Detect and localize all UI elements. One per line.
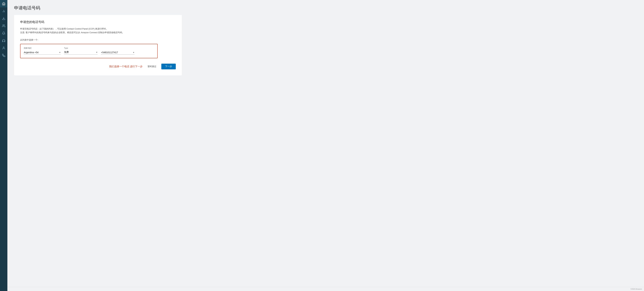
type-dropdown-group: Type 免费 ▼ <box>64 47 98 55</box>
number-chevron-icon: ▼ <box>133 52 134 53</box>
sidebar <box>0 0 8 291</box>
footer-row: 我们选择一个电话 进行下一步 暂时跳过 下一步 <box>20 64 176 69</box>
country-dropdown[interactable]: Argentina +54 ▼ <box>24 50 61 55</box>
main-content: 申请电话号码 申请您的电话号码 申请完电话号码后（从下面的列表），可以使用 Co… <box>8 0 644 291</box>
number-value: +548101127417 <box>101 51 118 54</box>
next-button[interactable]: 下一步 <box>161 64 176 69</box>
skip-button[interactable]: 暂时跳过 <box>146 64 158 69</box>
number-dropdown[interactable]: +548101127417 ▼ <box>101 50 134 55</box>
country-value: Argentina +54 <box>24 51 38 54</box>
phone-icon[interactable] <box>0 52 8 59</box>
svg-point-4 <box>3 25 4 26</box>
chart-icon[interactable] <box>0 8 8 15</box>
home-icon[interactable] <box>0 0 8 8</box>
bell-icon[interactable] <box>0 30 8 37</box>
select-label: 从列表中选择一个: <box>20 39 176 42</box>
description-line1: 申请完电话号码后（从下面的列表），可以使用 Contact Control Pa… <box>20 27 176 31</box>
download-icon[interactable] <box>0 15 8 22</box>
country-dropdown-group: 国家/地区 Argentina +54 ▼ <box>24 47 61 55</box>
type-label: Type <box>64 47 98 49</box>
type-dropdown[interactable]: 免费 ▼ <box>64 50 98 55</box>
bottom-bar: ©2024 Amazon <box>8 287 644 291</box>
svg-point-5 <box>3 47 4 48</box>
headset-icon[interactable] <box>0 37 8 44</box>
country-label: 国家/地区 <box>24 47 61 49</box>
bottom-bar-text: ©2024 Amazon <box>630 288 642 290</box>
type-chevron-icon: ▼ <box>96 51 98 53</box>
main-card: 申请您的电话号码 申请完电话号码后（从下面的列表），可以使用 Contact C… <box>14 15 182 75</box>
description-block: 申请完电话号码后（从下面的列表），可以使用 Contact Control Pa… <box>20 27 176 35</box>
annotation-text: 我们选择一个电话 进行下一步 <box>109 65 142 68</box>
person-icon[interactable] <box>0 44 8 52</box>
card-title: 申请您的电话号码 <box>20 20 176 24</box>
type-value: 免费 <box>64 51 69 54</box>
phone-row: 国家/地区 Argentina +54 ▼ Type 免费 ▼ <box>24 47 154 55</box>
description-line2: 注意: 客户将呼叫此电话号码来与您的企业联系。稍后您可以从 Amazon Con… <box>20 31 176 35</box>
users-icon[interactable] <box>0 22 8 30</box>
country-chevron-icon: ▼ <box>59 52 61 53</box>
page-title: 申请电话号码 <box>14 5 637 11</box>
phone-selection-box: 国家/地区 Argentina +54 ▼ Type 免费 ▼ <box>20 44 158 58</box>
number-dropdown-group: +548101127417 ▼ <box>101 49 134 55</box>
